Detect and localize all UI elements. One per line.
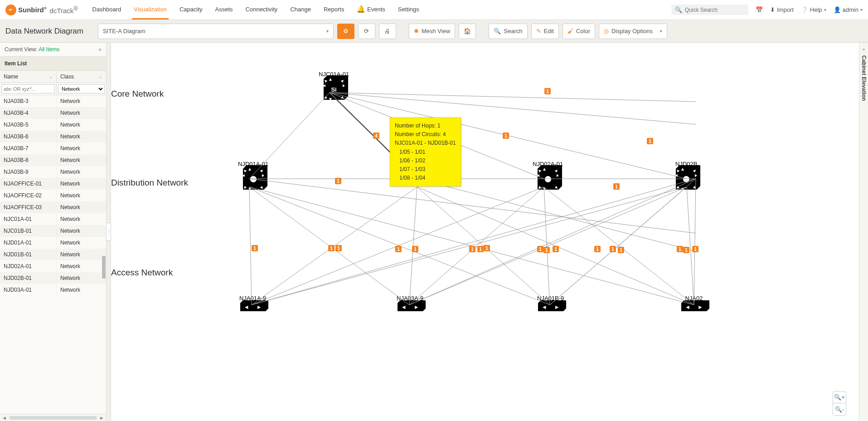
table-row[interactable]: NJA03B-3Network xyxy=(0,95,106,107)
print-button[interactable]: 🖨 xyxy=(379,24,396,39)
nav-dashboard[interactable]: Dashboard xyxy=(91,0,123,20)
mesh-view-button[interactable]: ✺Mesh View xyxy=(409,24,455,39)
table-row[interactable]: NJA03B-6Network xyxy=(0,131,106,142)
table-row[interactable]: NJD01B-01Network xyxy=(0,249,106,260)
table-row[interactable]: NJD02A-01Network xyxy=(0,260,106,272)
color-button[interactable]: 🖌Color xyxy=(563,24,595,39)
scroll-right-icon[interactable]: ► xyxy=(99,415,104,421)
nav-assets[interactable]: Assets xyxy=(213,0,235,20)
filter-class-select[interactable]: Network xyxy=(58,84,105,93)
hop-badge[interactable]: 1 xyxy=(618,247,624,253)
hop-badge[interactable]: 1 xyxy=(543,247,550,253)
zoom-in-button[interactable]: 🔍+ xyxy=(833,392,846,403)
hop-badge[interactable]: 1 xyxy=(484,245,490,251)
scrollbar-thumb[interactable] xyxy=(102,256,106,279)
diagram-canvas[interactable]: Core Network Distribution Network Access… xyxy=(107,43,859,421)
node-core-njc01a-01[interactable]: NJC01A-01 Si xyxy=(319,71,349,100)
tooltip-circuit-row: 1/05 - 1/01 xyxy=(395,148,456,157)
hop-badge[interactable]: 1 xyxy=(553,246,559,252)
nav-connectivity[interactable]: Connectivity xyxy=(244,0,280,20)
table-row[interactable]: NJA03B-8Network xyxy=(0,154,106,166)
settings-gear-button[interactable]: ⚙ xyxy=(337,24,354,39)
bell-icon: 🔔 xyxy=(357,5,365,13)
nav-settings[interactable]: Settings xyxy=(396,0,421,20)
hop-badge[interactable]: 1 xyxy=(477,246,484,252)
sidebar-drag-handle[interactable]: ⋮ xyxy=(107,223,111,241)
user-icon: 👤 xyxy=(834,6,841,13)
cell-class: Network xyxy=(57,178,106,190)
expand-cabinet-icon[interactable]: « xyxy=(862,46,865,52)
node-dist-njd02b-01[interactable]: NJD02B xyxy=(675,161,697,190)
quick-search[interactable]: 🔍 xyxy=(671,5,748,15)
scroll-left-icon[interactable]: ◄ xyxy=(2,415,7,421)
col-header-name[interactable]: Name⌄ xyxy=(0,71,57,83)
hop-badge[interactable]: 1 xyxy=(647,138,653,144)
col-header-class[interactable]: Class⌄ xyxy=(57,71,106,83)
edit-icon: ✎ xyxy=(536,28,541,34)
download-icon: ⬇ xyxy=(770,6,775,13)
node-dist-njd02a-01[interactable]: NJD02A-01 xyxy=(533,161,563,190)
connection-lines xyxy=(107,43,859,421)
table-row[interactable]: NJD03A-01Network xyxy=(0,284,106,296)
table-row[interactable]: NJD01A-01Network xyxy=(0,237,106,249)
hop-badge[interactable]: 4 xyxy=(373,132,379,139)
table-row[interactable]: NJAOFFICE-02Network xyxy=(0,190,106,201)
node-access-nja03a-9[interactable]: NJA03A-9 ◄► xyxy=(397,295,423,311)
nav-visualization[interactable]: Visualization xyxy=(132,0,169,20)
hop-badge[interactable]: 1 xyxy=(469,246,475,252)
hop-badge[interactable]: 1 xyxy=(610,246,616,252)
filter-name-input[interactable] xyxy=(1,84,55,93)
search-button[interactable]: 🔍Search xyxy=(489,24,527,39)
quick-search-input[interactable] xyxy=(685,7,753,13)
table-row[interactable]: NJAOFFICE-01Network xyxy=(0,178,106,190)
table-row[interactable]: NJA03B-7Network xyxy=(0,142,106,154)
hop-badge[interactable]: 1 xyxy=(252,245,258,251)
display-options-button[interactable]: ◎Display Options ▾ xyxy=(599,24,667,39)
grid-filter-row: Network xyxy=(0,83,106,95)
table-row[interactable]: NJAOFFICE-03Network xyxy=(0,201,106,213)
hop-badge[interactable]: 1 xyxy=(412,246,418,252)
nav-reports[interactable]: Reports xyxy=(322,0,346,20)
hop-badge[interactable]: 1 xyxy=(335,178,341,184)
nav-change[interactable]: Change xyxy=(288,0,313,20)
node-access-nja01b-9[interactable]: NJA01B-9 ◄► xyxy=(537,295,564,311)
import-button[interactable]: ⬇Import xyxy=(770,6,794,13)
chevron-down-icon: ▾ xyxy=(824,7,826,12)
hop-badge[interactable]: 1 xyxy=(503,132,509,139)
grid-body[interactable]: NJA03B-3NetworkNJA03B-4NetworkNJA03B-5Ne… xyxy=(0,95,106,414)
hop-badge[interactable]: 1 xyxy=(683,247,689,253)
home-button[interactable]: 🏠 xyxy=(459,24,476,39)
collapse-sidebar-icon[interactable]: « xyxy=(98,46,102,53)
node-access-nja02[interactable]: NJA02 ◄► xyxy=(681,295,707,311)
user-menu[interactable]: 👤admin▾ xyxy=(834,6,863,13)
edit-button[interactable]: ✎Edit xyxy=(531,24,559,39)
hop-badge[interactable]: 1 xyxy=(677,246,683,252)
h-scrollbar[interactable]: ◄► xyxy=(0,414,106,421)
node-access-nja01a-9[interactable]: NJA01A-9 ◄► xyxy=(239,295,266,311)
hop-badge[interactable]: 1 xyxy=(692,246,698,252)
top-right-tools: 🔍 📅 ⬇Import ❔Help▾ 👤admin▾ xyxy=(671,5,863,15)
table-row[interactable]: NJC01A-01Network xyxy=(0,213,106,225)
hop-badge[interactable]: 1 xyxy=(335,245,342,251)
hop-badge[interactable]: 1 xyxy=(395,246,402,252)
hop-badge[interactable]: 1 xyxy=(328,245,335,251)
cell-name: NJD02B-01 xyxy=(0,272,57,284)
node-dist-njd01a-01[interactable]: NJD01A-01 xyxy=(238,161,268,190)
table-row[interactable]: NJA03B-4Network xyxy=(0,107,106,119)
nav-events[interactable]: 🔔 Events xyxy=(355,0,387,20)
hop-badge[interactable]: 1 xyxy=(544,88,551,94)
nav-capacity[interactable]: Capacity xyxy=(178,0,204,20)
table-row[interactable]: NJC01B-01Network xyxy=(0,225,106,237)
table-row[interactable]: NJA03B-9Network xyxy=(0,166,106,178)
hop-badge[interactable]: 1 xyxy=(594,246,601,252)
hop-badge[interactable]: 1 xyxy=(537,246,543,252)
diagram-selector[interactable]: SITE-A Diagram ▾ xyxy=(98,24,334,39)
calendar-button[interactable]: 📅 xyxy=(756,6,763,13)
table-row[interactable]: NJA03B-5Network xyxy=(0,119,106,131)
all-items-link[interactable]: All Items xyxy=(39,46,59,53)
refresh-button[interactable]: ⟳ xyxy=(358,24,375,39)
zoom-out-button[interactable]: 🔍- xyxy=(833,403,846,415)
hop-badge[interactable]: 1 xyxy=(613,183,620,190)
help-button[interactable]: ❔Help▾ xyxy=(801,6,826,13)
table-row[interactable]: NJD02B-01Network xyxy=(0,272,106,284)
